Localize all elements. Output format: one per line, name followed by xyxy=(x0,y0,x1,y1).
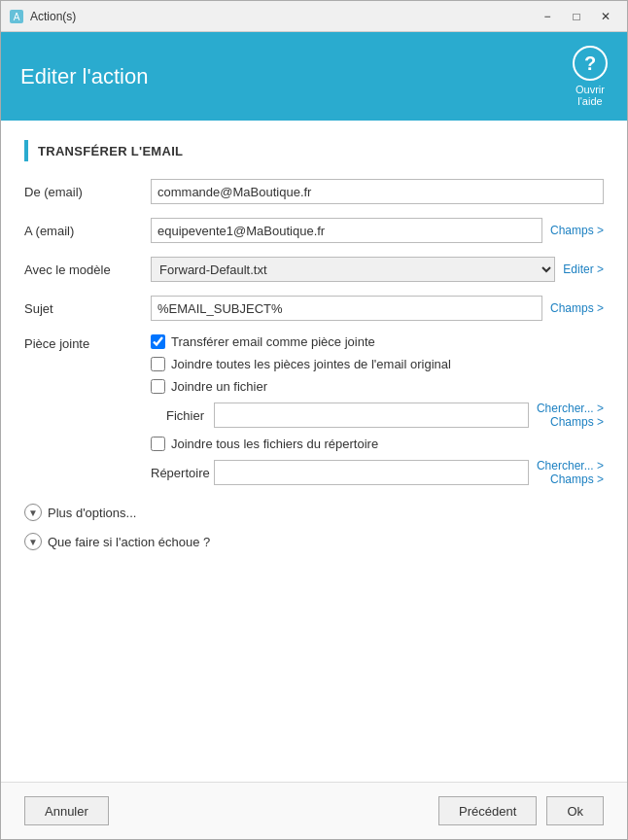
sujet-field: Champs > xyxy=(151,296,604,321)
modele-field: Forward-Default.txt Editer > xyxy=(151,257,604,282)
repertoire-input[interactable] xyxy=(214,460,529,485)
modele-select[interactable]: Forward-Default.txt xyxy=(151,257,555,282)
content-area: TRANSFÉRER L'EMAIL De (email) A (email) … xyxy=(1,121,627,782)
option3-row: Joindre un fichier xyxy=(151,379,604,394)
repertoire-row: Répertoire Chercher... > Champs > xyxy=(151,459,604,486)
main-window: A Action(s) − □ ✕ Editer l'action ? Ouvr… xyxy=(0,0,628,840)
help-button[interactable]: ? Ouvrir l'aide xyxy=(573,46,608,107)
a-email-row: A (email) Champs > xyxy=(24,218,604,243)
plus-options-icon: ▼ xyxy=(24,504,42,521)
help-label-line2: l'aide xyxy=(577,95,602,107)
fichier-row: Fichier Chercher... > Champs > xyxy=(151,402,604,429)
precedent-button[interactable]: Précédent xyxy=(438,796,537,825)
echoue-label: Que faire si l'action échoue ? xyxy=(48,535,210,549)
footer-left: Annuler xyxy=(24,796,109,825)
piecejoint-label: Pièce jointe xyxy=(24,334,151,351)
help-icon: ? xyxy=(573,46,608,81)
annuler-button[interactable]: Annuler xyxy=(24,796,109,825)
close-button[interactable]: ✕ xyxy=(592,6,619,27)
piecejoint-options: Transférer email comme pièce jointe Join… xyxy=(151,334,604,494)
champs-link-3[interactable]: Champs > xyxy=(550,415,604,429)
sujet-row: Sujet Champs > xyxy=(24,296,604,321)
fichier-input[interactable] xyxy=(214,402,529,428)
window-title: Action(s) xyxy=(30,10,534,23)
repertoire-label: Répertoire xyxy=(151,466,214,480)
champs-link-4[interactable]: Champs > xyxy=(550,472,604,486)
a-input[interactable] xyxy=(151,218,542,243)
repertoire-links: Chercher... > Champs > xyxy=(537,459,604,486)
option3-checkbox[interactable] xyxy=(151,379,165,394)
window-controls: − □ ✕ xyxy=(534,6,619,27)
window-icon: A xyxy=(9,9,24,24)
de-label: De (email) xyxy=(24,185,151,199)
option2-checkbox[interactable] xyxy=(151,357,165,371)
help-label-line1: Ouvrir xyxy=(576,84,605,95)
option4-label: Joindre tous les fichiers du répertoire xyxy=(171,437,378,451)
sujet-input[interactable] xyxy=(151,296,542,321)
de-email-row: De (email) xyxy=(24,179,604,204)
champs-link-2[interactable]: Champs > xyxy=(550,301,604,315)
piecejoint-row: Pièce jointe Transférer email comme pièc… xyxy=(24,334,604,494)
modele-label: Avec le modèle xyxy=(24,262,151,277)
option1-row: Transférer email comme pièce jointe xyxy=(151,334,604,349)
footer-right: Précédent Ok xyxy=(438,796,604,825)
maximize-button[interactable]: □ xyxy=(563,6,590,27)
plus-options-row[interactable]: ▼ Plus d'options... xyxy=(24,504,604,521)
plus-options-label: Plus d'options... xyxy=(48,506,136,520)
option1-checkbox[interactable] xyxy=(151,334,165,349)
option3-label: Joindre un fichier xyxy=(171,379,267,394)
option4-row: Joindre tous les fichiers du répertoire xyxy=(151,437,604,451)
section-title: TRANSFÉRER L'EMAIL xyxy=(38,144,183,158)
ok-button[interactable]: Ok xyxy=(546,796,604,825)
page-title: Editer l'action xyxy=(20,64,148,89)
minimize-button[interactable]: − xyxy=(534,6,561,27)
fichier-links: Chercher... > Champs > xyxy=(537,402,604,429)
de-field xyxy=(151,179,604,204)
section-header: TRANSFÉRER L'EMAIL xyxy=(24,140,604,161)
option1-label: Transférer email comme pièce jointe xyxy=(171,334,375,349)
svg-text:A: A xyxy=(14,12,20,22)
option2-row: Joindre toutes les pièces jointes de l'e… xyxy=(151,357,604,371)
de-input[interactable] xyxy=(151,179,604,204)
a-field: Champs > xyxy=(151,218,604,243)
section-bar-accent xyxy=(24,140,28,161)
title-bar: A Action(s) − □ ✕ xyxy=(1,1,627,32)
editer-link[interactable]: Editer > xyxy=(563,262,604,276)
echoue-row[interactable]: ▼ Que faire si l'action échoue ? xyxy=(24,533,604,550)
champs-link-1[interactable]: Champs > xyxy=(550,224,604,237)
chercher-link-2[interactable]: Chercher... > xyxy=(537,459,604,472)
header: Editer l'action ? Ouvrir l'aide xyxy=(1,32,627,121)
a-label: A (email) xyxy=(24,224,151,238)
sujet-label: Sujet xyxy=(24,301,151,316)
option4-checkbox[interactable] xyxy=(151,437,165,451)
chercher-link-1[interactable]: Chercher... > xyxy=(537,402,604,415)
modele-row: Avec le modèle Forward-Default.txt Edite… xyxy=(24,257,604,282)
echoue-icon: ▼ xyxy=(24,533,42,550)
fichier-label: Fichier xyxy=(151,408,214,423)
option2-label: Joindre toutes les pièces jointes de l'e… xyxy=(171,357,451,371)
footer: Annuler Précédent Ok xyxy=(1,782,627,839)
